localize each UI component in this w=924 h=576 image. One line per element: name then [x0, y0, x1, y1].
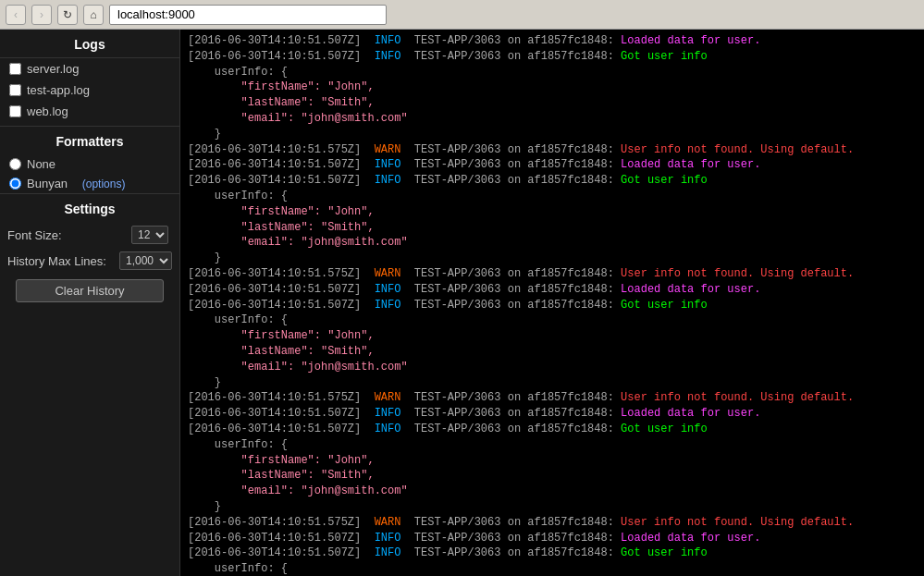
space [73, 177, 77, 190]
web-log-label: web.log [27, 104, 68, 118]
log-content-area[interactable]: [2016-06-30T14:10:51.507Z] INFO: TEST-AP… [180, 30, 924, 576]
history-max-row: History Max Lines: 1,000 500 2,000 5,000 [0, 248, 179, 274]
font-size-label: Font Size: [7, 228, 128, 242]
formatter-bunyan-label: Bunyan [27, 177, 68, 190]
formatter-bunyan-radio[interactable] [9, 178, 21, 190]
formatters-section-title: Formatters [0, 127, 179, 154]
formatter-none-radio[interactable] [9, 158, 21, 170]
web-log-checkbox[interactable] [9, 105, 21, 117]
logs-section-title: Logs [0, 30, 179, 58]
sidebar-item-web-log[interactable]: web.log [0, 101, 179, 122]
formatter-none[interactable]: None [0, 154, 179, 174]
font-size-row: Font Size: 12 10 14 16 [0, 222, 179, 248]
clear-history-button[interactable]: Clear History [16, 279, 164, 302]
sidebar-item-server-log[interactable]: server.log [0, 58, 179, 80]
address-bar[interactable] [109, 5, 387, 25]
settings-section-title: Settings [0, 193, 179, 222]
test-app-log-label: test-app.log [27, 83, 90, 97]
browser-chrome: ‹ › ↻ ⌂ [0, 0, 924, 30]
test-app-log-checkbox[interactable] [9, 84, 21, 96]
bunyan-options-link[interactable]: (options) [82, 178, 126, 190]
server-log-checkbox[interactable] [9, 63, 21, 75]
formatter-bunyan[interactable]: Bunyan (options) [0, 174, 179, 193]
sidebar: Logs server.log test-app.log web.log For… [0, 30, 180, 576]
history-max-select[interactable]: 1,000 500 2,000 5,000 [119, 251, 172, 270]
formatter-none-label: None [27, 157, 55, 171]
reload-button[interactable]: ↻ [57, 5, 78, 25]
forward-button[interactable]: › [31, 5, 52, 25]
history-max-label: History Max Lines: [7, 254, 116, 268]
back-button[interactable]: ‹ [6, 5, 26, 25]
home-button[interactable]: ⌂ [83, 5, 104, 25]
font-size-select[interactable]: 12 10 14 16 [131, 226, 168, 244]
sidebar-item-test-app-log[interactable]: test-app.log [0, 80, 179, 101]
server-log-label: server.log [27, 62, 79, 76]
main-layout: Logs server.log test-app.log web.log For… [0, 30, 924, 576]
